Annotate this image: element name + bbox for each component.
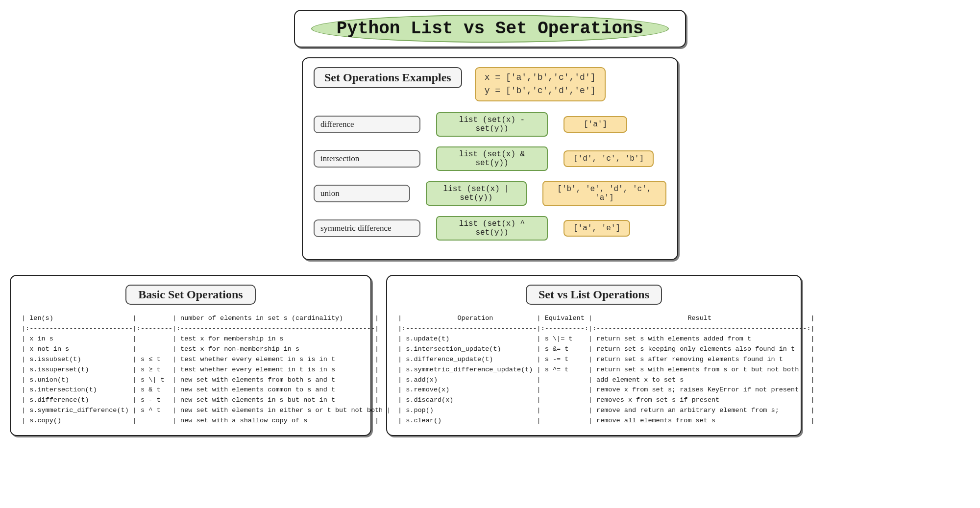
op-code: list (set(x) & set(y)) [436,146,548,171]
op-code: list (set(x) ^ set(y)) [436,216,548,241]
op-result: ['a', 'e'] [564,220,630,237]
op-result: ['b', 'e', 'd', 'c', 'a'] [542,181,666,206]
title-ellipse: Python List vs Set Operations [311,15,669,43]
op-label: difference [314,116,420,133]
op-result: ['d', 'c', 'b'] [564,150,654,167]
examples-header-row: Set Operations Examples x = ['a','b','c'… [314,67,666,101]
set-vs-list-table: | Operation | Equivalent | Result | |:--… [398,314,790,426]
example-row-difference: difference list (set(x) - set(y)) ['a'] [314,112,666,137]
example-row-symmetric-difference: symmetric difference list (set(x) ^ set(… [314,216,666,241]
basic-ops-table: | len(s) | | number of elements in set s… [22,314,360,426]
op-label: symmetric difference [314,219,420,237]
def-y: y = ['b','c','d','e'] [485,84,596,97]
op-code: list (set(x) | set(y)) [426,181,527,206]
op-code: list (set(x) - set(y)) [436,112,548,137]
op-result: ['a'] [564,116,627,133]
bottom-row: Basic Set Operations | len(s) | | number… [10,275,970,436]
set-vs-list-heading: Set vs List Operations [526,285,662,305]
op-label: union [314,185,410,202]
example-row-intersection: intersection list (set(x) & set(y)) ['d'… [314,146,666,171]
basic-ops-heading: Basic Set Operations [125,285,255,305]
op-label: intersection [314,150,420,168]
basic-ops-panel: Basic Set Operations | len(s) | | number… [10,275,371,436]
examples-panel: Set Operations Examples x = ['a','b','c'… [302,57,678,260]
examples-heading: Set Operations Examples [314,67,462,88]
variable-definitions: x = ['a','b','c','d'] y = ['b','c','d','… [475,67,606,101]
page-title: Python List vs Set Operations [337,19,644,39]
example-row-union: union list (set(x) | set(y)) ['b', 'e', … [314,181,666,206]
def-x: x = ['a','b','c','d'] [485,71,596,84]
title-panel: Python List vs Set Operations [294,10,686,48]
set-vs-list-panel: Set vs List Operations | Operation | Equ… [386,275,802,436]
